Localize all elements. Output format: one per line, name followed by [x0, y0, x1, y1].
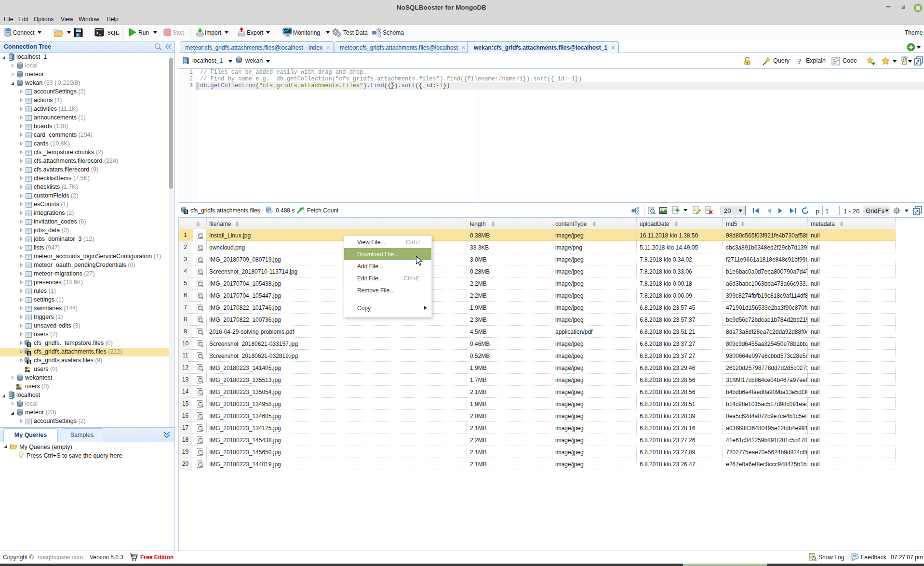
svg-text:?: ?: [797, 57, 802, 66]
